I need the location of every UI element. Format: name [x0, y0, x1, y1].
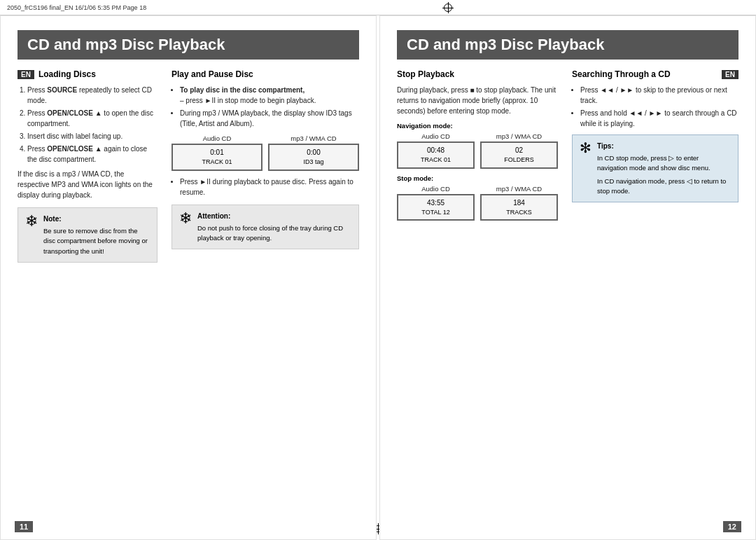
play-pause-heading: Play and Pause Disc: [172, 69, 253, 79]
audio-cd-track: TRACK 01: [177, 158, 257, 167]
loading-discs-body: Press SOURCE repeatedly to select CD mod…: [18, 85, 158, 200]
stop-mp3-screen: 184 TRACKS: [480, 194, 558, 221]
bullet3-pre: Press ►II: [180, 178, 211, 186]
en-badge-right: EN: [722, 70, 738, 79]
tips-tip2: In CD navigation mode, press ◁ to return…: [597, 176, 731, 197]
attention-box: ❄ Attention: Do not push to force closin…: [172, 205, 359, 250]
attention-text: Do not push to force closing of the tray…: [197, 224, 343, 242]
note-icon: ❄: [25, 214, 38, 229]
nav-audio-label: Audio CD: [397, 132, 475, 140]
nav-mp3-time: 02: [486, 146, 552, 155]
section-searching: Searching Through a CD EN Press ◄◄ / ►► …: [572, 69, 738, 226]
bullet1-rest: – press ►II in stop mode to begin playba…: [180, 97, 316, 104]
attention-label: Attention:: [197, 211, 351, 221]
left-page-title: CD and mp3 Disc Playback: [18, 30, 359, 60]
mp3-cd-track: ID3 tag: [274, 158, 354, 167]
nav-mp3-track: FOLDERS: [486, 155, 552, 165]
display-table: Audio CD 0:01 TRACK 01 mp3 / WMA CD 0:00…: [172, 134, 359, 171]
stop-mode-label: Stop mode:: [397, 174, 558, 182]
audio-cd-screen: 0:01 TRACK 01: [172, 144, 262, 171]
note-label: Note:: [43, 214, 150, 224]
bullet3: Press ►II during playback to pause disc.…: [172, 176, 359, 198]
tips-label: Tips:: [597, 141, 731, 151]
mp3-cd-label: mp3 / WMA CD: [268, 134, 359, 142]
print-info-text: 2050_frCS196 final_EN 16/1/06 5:35 PM Pa…: [7, 4, 146, 11]
audio-cd-label: Audio CD: [172, 134, 262, 142]
nav-audio-col: Audio CD 00:48 TRACK 01: [397, 132, 475, 169]
section-stop-playback: Stop Playback During playback, press ■ t…: [397, 69, 558, 226]
display-col-audio: Audio CD 0:01 TRACK 01: [172, 134, 262, 171]
stop-mp3-track: TRACKS: [486, 208, 552, 217]
stop-mp3-time: 184: [486, 198, 552, 208]
mp3-cd-time: 0:00: [274, 148, 354, 158]
stop-audio-screen: 43:55 TOTAL 12: [397, 194, 475, 221]
tips-icon: ✻: [580, 141, 592, 155]
page-num-box-right: 12: [723, 521, 741, 532]
nav-audio-track: TRACK 01: [402, 155, 469, 165]
stop-audio-track: TOTAL 12: [402, 208, 469, 217]
note-text: Be sure to remove disc from the disc com…: [43, 227, 148, 255]
search-bullet2-pre: Press and hold ◄◄ / ►►: [580, 109, 664, 117]
display-col-mp3: mp3 / WMA CD 0:00 ID3 tag: [268, 134, 359, 171]
page-num-box-left: 11: [15, 521, 33, 532]
page-number-right: 12: [723, 521, 741, 532]
nav-mode-section: Navigation mode: Audio CD 00:48 TRACK 01…: [397, 122, 558, 169]
search-bullet1-pre: Press ◄◄ / ►►: [580, 86, 636, 94]
mp3-cd-screen: 0:00 ID3 tag: [268, 144, 359, 171]
stop-playback-intro: During playback, press ■ to stop playbac…: [397, 85, 558, 116]
stop-mode-section: Stop mode: Audio CD 43:55 TOTAL 12 mp3 /…: [397, 174, 558, 221]
reg-mark-top: [442, 2, 454, 13]
section-loading-discs: EN Loading Discs Press SOURCE repeatedly…: [18, 69, 158, 263]
nav-mp3-label: mp3 / WMA CD: [480, 132, 558, 140]
nav-mp3-col: mp3 / WMA CD 02 FOLDERS: [480, 132, 558, 169]
stop-playback-heading: Stop Playback: [397, 69, 454, 79]
loading-discs-heading: Loading Discs: [38, 69, 96, 79]
nav-mode-label: Navigation mode:: [397, 122, 558, 130]
stop-audio-label: Audio CD: [397, 185, 475, 193]
section-play-pause: Play and Pause Disc To play disc in the …: [172, 69, 359, 263]
loading-discs-extra: If the disc is a mp3 / WMA CD, the respe…: [18, 169, 158, 200]
stop-mp3-label: mp3 / WMA CD: [480, 185, 558, 193]
note-box: ❄ Note: Be sure to remove disc from the …: [18, 207, 158, 263]
nav-mp3-screen: 02 FOLDERS: [480, 141, 558, 169]
en-badge-left: EN: [18, 70, 34, 79]
stop-audio-time: 43:55: [402, 198, 469, 208]
nav-audio-time: 00:48: [402, 146, 469, 155]
attention-icon: ❄: [179, 211, 192, 226]
tips-box: ✻ Tips: In CD stop mode, press ▷ to ente…: [572, 134, 738, 202]
searching-body: Press ◄◄ / ►► to skip to the previous or…: [572, 85, 738, 129]
tips-tip1: In CD stop mode, press ▷ to enter naviga…: [597, 153, 731, 174]
page-number-left: 11: [15, 521, 33, 532]
audio-cd-time: 0:01: [177, 148, 257, 158]
print-info-bar: 2050_frCS196 final_EN 16/1/06 5:35 PM Pa…: [0, 0, 756, 15]
nav-audio-screen: 00:48 TRACK 01: [397, 141, 475, 169]
page-right: CD and mp3 Disc Playback Stop Playback D…: [379, 15, 756, 540]
searching-heading: Searching Through a CD: [572, 69, 671, 79]
stop-mp3-col: mp3 / WMA CD 184 TRACKS: [480, 185, 558, 221]
page-left: CD and mp3 Disc Playback EN Loading Disc…: [0, 15, 377, 540]
stop-audio-col: Audio CD 43:55 TOTAL 12: [397, 185, 475, 221]
bullet2: During mp3 / WMA playback, the display s…: [180, 108, 359, 129]
play-pause-body: To play disc in the disc compartment, – …: [172, 85, 359, 129]
bullet1-bold: To play disc in the disc compartment,: [180, 86, 304, 94]
right-page-title: CD and mp3 Disc Playback: [397, 30, 738, 60]
